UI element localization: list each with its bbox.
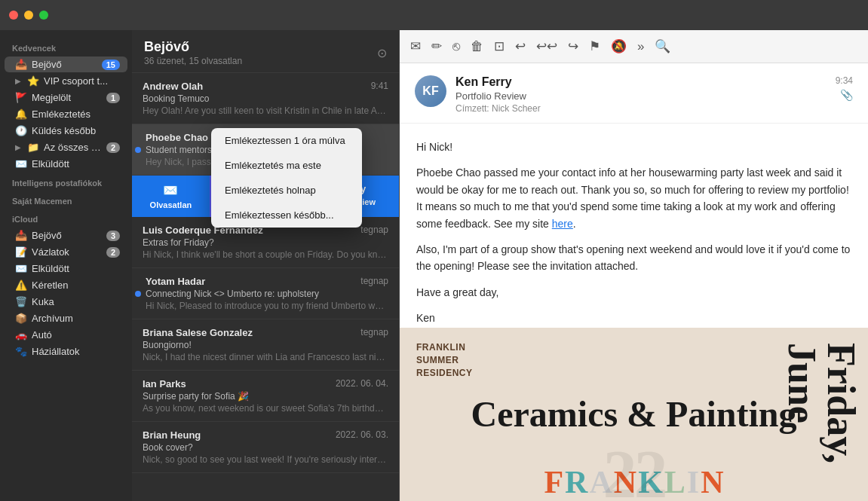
fullscreen-button[interactable]	[39, 11, 48, 20]
unread-dot	[135, 147, 141, 153]
sidebar-item-elküldött[interactable]: ✉️Elküldött	[5, 156, 127, 172]
sidebar-item-bejövő[interactable]: 📥Bejövő15	[5, 57, 127, 72]
filter-icon[interactable]: ⊙	[377, 46, 387, 60]
context-menu-item-1[interactable]: Emlékeztetés ma este	[211, 153, 362, 178]
unread-btn-label: Olvasatlan	[150, 200, 192, 209]
body-paragraph: Ken	[416, 310, 851, 326]
ceramics-title: Ceramics & Painting	[464, 395, 805, 435]
detail-toolbar: ✉✏⎋🗑⊡↩↩↩↪⚑🔕»🔍	[400, 30, 868, 63]
email-list-title-area: Bejövő 36 üzenet, 15 olvasatlan	[144, 39, 242, 66]
sidebar-item-icon: ⚠️	[15, 280, 27, 291]
reply-icon[interactable]: ↩	[515, 38, 526, 54]
email-subject: Buongiorno!	[143, 340, 388, 350]
archive-icon[interactable]: ⎋	[452, 39, 460, 54]
detail-header-top: KF Ken Ferry Portfolio Review Címzett: N…	[415, 75, 853, 114]
email-item[interactable]: Ian Parks2022. 06. 04.Surprise party for…	[132, 371, 399, 422]
sender-avatar: KF	[415, 75, 446, 107]
sidebar-item-megjelölt[interactable]: 🚩Megjelölt1	[5, 90, 127, 105]
sidebar-item-label: Vázlatok	[32, 246, 102, 258]
body-paragraph: Also, I'm part of a group show that's op…	[416, 241, 851, 275]
sidebar-item-label: Küldés később	[32, 125, 120, 136]
mute-icon[interactable]: 🔕	[611, 38, 627, 54]
sidebar-item-vázlatok[interactable]: 📝Vázlatok2	[5, 244, 127, 260]
email-subject: Extras for Friday?	[143, 237, 388, 248]
unread-dot	[135, 291, 141, 297]
context-menu-item-3[interactable]: Emlékeztessen később...	[211, 203, 362, 228]
close-button[interactable]	[9, 11, 18, 20]
sidebar-item-autó[interactable]: 🚗Autó	[5, 327, 127, 343]
detail-time: 9:34	[836, 75, 853, 86]
expand-icon: ▶	[15, 77, 21, 85]
sidebar-item-icon: 🚩	[15, 92, 27, 103]
email-sender: Yotam Hadar	[146, 276, 205, 287]
sidebar-item-icon: 📁	[27, 142, 39, 153]
move-icon[interactable]: ⊡	[494, 38, 505, 54]
sidebar-item-háziállatok[interactable]: 🐾Háziállatok	[5, 344, 127, 359]
email-item[interactable]: Yotam HadartegnapConnecting Nick <> Umbe…	[132, 268, 399, 319]
sidebar-item-label: Archívum	[32, 313, 120, 324]
email-time: tegnap	[360, 225, 388, 235]
email-item-header: Ian Parks2022. 06. 04.	[143, 378, 388, 389]
email-subject: Connecting Nick <> Umberto re: upholster…	[146, 289, 388, 299]
email-item[interactable]: Andrew Olah9:41Booking TemucoHey Olah! A…	[132, 73, 399, 124]
sidebar-item-kéretlen[interactable]: ⚠️Kéretlen	[5, 277, 127, 293]
event-label: FRANKLINSUMMERRESIDENCY	[416, 341, 473, 379]
email-time: 2022. 06. 04.	[336, 378, 388, 389]
context-menu: Emlékeztessen 1 óra múlvaEmlékeztetés ma…	[211, 128, 362, 228]
detail-sender-name: Ken Ferry	[455, 75, 827, 89]
email-subject: Surprise party for Sofia 🎉	[143, 391, 388, 402]
email-subject: Booking Temuco	[143, 93, 388, 104]
sidebar-item-bejövő[interactable]: 📥Bejövő3	[5, 228, 127, 243]
body-paragraph: Hi Nick!	[416, 139, 851, 155]
forward-icon[interactable]: ↪	[568, 38, 578, 54]
minimize-button[interactable]	[24, 11, 33, 20]
sidebar-badge: 3	[106, 231, 120, 241]
sidebar-item-label: Bejövő	[32, 59, 97, 70]
detail-body: Hi Nick!Phoebe Chao passed me your conta…	[400, 124, 868, 328]
email-item-header: Briana Salese Gonzaleztegnap	[143, 327, 388, 338]
trash-icon[interactable]: 🗑	[471, 39, 483, 54]
sidebar-item-kuka[interactable]: 🗑️Kuka	[5, 294, 127, 310]
unread-btn-icon: ✉️	[163, 183, 178, 197]
sidebar-item-label: Emlékeztetés	[32, 108, 120, 120]
inbox-subtitle: 36 üzenet, 15 olvasatlan	[144, 56, 242, 66]
email-time: tegnap	[360, 327, 388, 338]
email-preview: As you know, next weekend is our sweet S…	[143, 403, 388, 414]
sidebar-item-icon: ✉️	[15, 158, 27, 170]
detail-header: KF Ken Ferry Portfolio Review Címzett: N…	[400, 63, 868, 124]
sidebar-item-icon: 📦	[15, 313, 27, 324]
search-icon[interactable]: 🔍	[655, 38, 670, 54]
compose-icon[interactable]: ✏	[431, 38, 442, 54]
sidebar-item-emlékeztetés[interactable]: 🔔Emlékeztetés	[5, 106, 127, 122]
sidebar-badge: 2	[106, 247, 120, 258]
sidebar-section-label: Saját Macemen	[0, 191, 132, 209]
sidebar-item-icon: ⭐	[27, 75, 39, 87]
sidebar-item-elküldött[interactable]: ✉️Elküldött	[5, 261, 127, 276]
sidebar-item-küldés-később[interactable]: 🕐Küldés később	[5, 123, 127, 139]
email-item-header: Brian Heung2022. 06. 03.	[143, 429, 388, 441]
email-detail: ✉✏⎋🗑⊡↩↩↩↪⚑🔕»🔍 KF Ken Ferry Portfolio Rev…	[400, 30, 868, 501]
context-menu-item-2[interactable]: Emlékeztetés holnap	[211, 178, 362, 203]
more-icon[interactable]: »	[637, 39, 644, 54]
email-sender: Andrew Olah	[143, 81, 203, 92]
sidebar-item-icon: 📝	[15, 246, 27, 258]
sidebar-item-label: Bejövő	[32, 230, 102, 241]
flag-icon[interactable]: ⚑	[589, 38, 600, 54]
sidebar-item-label: Elküldött	[32, 263, 120, 274]
sidebar-item-label: Kéretlen	[32, 280, 120, 291]
email-item[interactable]: Briana Salese GonzaleztegnapBuongiorno!N…	[132, 319, 399, 371]
body-paragraph: Phoebe Chao passed me your contact info …	[416, 164, 851, 232]
sidebar-item-az-összes-v[interactable]: ▶📁Az összes v...2	[5, 139, 127, 155]
sidebar: Kedvencek📥Bejövő15▶⭐VIP csoport t...🚩Meg…	[0, 30, 132, 501]
email-item[interactable]: Brian Heung2022. 06. 03.Book cover?Nick,…	[132, 422, 399, 473]
unread-button[interactable]: ✉️Olvasatlan	[132, 176, 210, 217]
sidebar-item-archívum[interactable]: 📦Archívum	[5, 310, 127, 326]
reply-all-icon[interactable]: ↩↩	[536, 38, 557, 54]
sidebar-item-vip-csoport-t[interactable]: ▶⭐VIP csoport t...	[5, 73, 127, 89]
sidebar-item-label: Háziállatok	[32, 346, 120, 357]
detail-time-area: 9:34 📎	[836, 75, 853, 101]
envelope-icon[interactable]: ✉	[410, 38, 421, 54]
context-menu-item-0[interactable]: Emlékeztessen 1 óra múlva	[211, 128, 362, 153]
app-container: Kedvencek📥Bejövő15▶⭐VIP csoport t...🚩Meg…	[0, 30, 868, 501]
detail-recipient: Címzett: Nick Scheer	[455, 103, 827, 114]
